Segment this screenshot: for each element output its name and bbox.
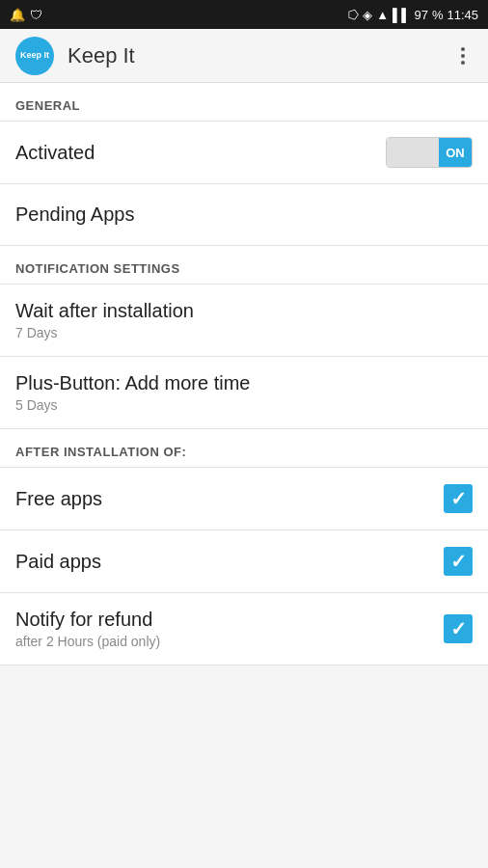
activated-row: Activated ON	[0, 122, 488, 183]
app-bar: Keep It Keep It	[0, 29, 488, 83]
toggle-off-part	[387, 138, 439, 167]
activated-label: Activated	[15, 142, 95, 164]
status-bar: 🔔 🛡 ⭔ ◈ ▲ ▌▌ 97 % 11:45	[0, 0, 488, 29]
plus-button-text: Plus-Button: Add more time 5 Days	[15, 372, 250, 413]
app-title: Keep It	[68, 43, 135, 68]
notification-settings-header: NOTIFICATION SETTINGS	[0, 246, 488, 284]
free-apps-text: Free apps	[15, 488, 102, 510]
shield-icon: 🛡	[30, 8, 42, 22]
toggle-on-part: ON	[439, 138, 472, 167]
wait-after-installation-row[interactable]: Wait after installation 7 Days	[0, 285, 488, 356]
sim-icon: ◈	[363, 8, 372, 22]
wait-after-installation-sublabel: 7 Days	[15, 325, 194, 340]
pending-apps-label: Pending Apps	[15, 203, 134, 225]
activated-label-container: Activated	[15, 142, 95, 164]
notify-refund-label: Notify for refund	[15, 609, 160, 631]
paid-apps-label: Paid apps	[15, 551, 101, 573]
clock: 11:45	[447, 8, 478, 22]
paid-apps-row[interactable]: Paid apps ✓	[0, 530, 488, 592]
status-bar-right: ⭔ ◈ ▲ ▌▌ 97 % 11:45	[348, 8, 478, 22]
notify-refund-sublabel: after 2 Hours (paid only)	[15, 634, 160, 649]
signal-icon: ▌▌	[393, 8, 410, 22]
plus-button-row[interactable]: Plus-Button: Add more time 5 Days	[0, 357, 488, 428]
battery-level: 97	[414, 8, 427, 22]
pending-apps-row[interactable]: Pending Apps	[0, 184, 488, 245]
paid-apps-text: Paid apps	[15, 551, 101, 573]
plus-button-label: Plus-Button: Add more time	[15, 372, 250, 394]
general-section-header: GENERAL	[0, 83, 488, 121]
app-icon-label: Keep It	[20, 50, 49, 61]
notify-refund-row[interactable]: Notify for refund after 2 Hours (paid on…	[0, 593, 488, 665]
notify-refund-checkbox[interactable]: ✓	[444, 614, 473, 643]
free-apps-row[interactable]: Free apps ✓	[0, 468, 488, 529]
notify-refund-checkmark: ✓	[450, 619, 467, 638]
toggle-switch[interactable]: ON	[386, 137, 473, 168]
free-apps-checkmark: ✓	[450, 489, 467, 508]
wait-after-installation-text: Wait after installation 7 Days	[15, 300, 194, 340]
overflow-menu-button[interactable]	[453, 40, 473, 72]
paid-apps-checkmark: ✓	[450, 552, 467, 571]
after-installation-header: AFTER INSTALLATION OF:	[0, 429, 488, 467]
app-bar-left: Keep It Keep It	[15, 37, 135, 75]
toggle-on-label: ON	[446, 146, 465, 160]
bluetooth-icon: ⭔	[348, 8, 359, 22]
activated-toggle[interactable]: ON	[386, 137, 473, 168]
overflow-dot-1	[461, 47, 465, 51]
wait-after-installation-label: Wait after installation	[15, 300, 194, 322]
content: GENERAL Activated ON Pending Apps NOTIFI…	[0, 83, 488, 665]
free-apps-checkbox[interactable]: ✓	[444, 484, 473, 513]
battery-icon: %	[432, 8, 444, 22]
divider-after-notify-refund	[0, 665, 488, 665]
overflow-dot-2	[461, 54, 465, 58]
paid-apps-checkbox[interactable]: ✓	[444, 547, 473, 576]
overflow-dot-3	[461, 61, 465, 65]
free-apps-label: Free apps	[15, 488, 102, 510]
notify-refund-text: Notify for refund after 2 Hours (paid on…	[15, 609, 160, 649]
plus-button-sublabel: 5 Days	[15, 397, 250, 413]
wifi-icon: ▲	[376, 8, 389, 22]
notification-icon: 🔔	[10, 8, 25, 22]
status-bar-left: 🔔 🛡	[10, 8, 42, 22]
app-icon: Keep It	[15, 37, 54, 75]
